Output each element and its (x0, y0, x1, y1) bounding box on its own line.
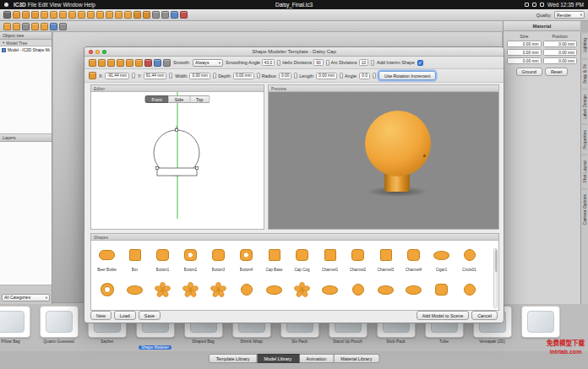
width-field[interactable]: 0.00 mm (189, 73, 210, 79)
library-item-quatro-gusseted[interactable]: Quatro Gusseted (35, 303, 83, 351)
radius-field-stepper[interactable] (294, 73, 297, 79)
side-tab-lighting[interactable]: Lighting (582, 32, 587, 58)
tab-animation[interactable]: Animation (299, 354, 334, 363)
ground-button[interactable]: Ground (516, 68, 542, 76)
render-icon[interactable] (180, 11, 188, 19)
new-scene-icon[interactable] (3, 23, 11, 30)
depth-field[interactable]: 0.00 mm (233, 73, 254, 79)
category-filter-select[interactable]: All Categories▾ (2, 294, 50, 301)
label-icon[interactable] (133, 11, 141, 19)
preview-canvas[interactable] (269, 92, 498, 229)
shape-tile-beer-bottle[interactable]: Beer Bottle (93, 242, 121, 277)
import-icon[interactable] (31, 23, 39, 30)
arc-icon[interactable] (126, 59, 133, 67)
width-field-stepper[interactable] (213, 73, 216, 79)
shape-tile-button2[interactable]: Button2 (177, 242, 204, 277)
smoothing-angle-field-stepper[interactable] (277, 60, 280, 66)
shape-tile-flower[interactable] (204, 277, 232, 310)
interim-checkbox[interactable]: ✓ (417, 60, 423, 66)
pouch-icon[interactable] (115, 11, 122, 19)
shape-tile-circle[interactable] (344, 277, 372, 310)
arc-divisions-field-stepper[interactable] (371, 60, 374, 66)
editor-tab-front[interactable]: Front (145, 95, 169, 103)
shape-tile-ellipse[interactable] (316, 277, 344, 310)
reset-button[interactable]: Reset (545, 68, 569, 76)
menu-ic3d[interactable]: IC3D (14, 2, 26, 8)
cancel-button[interactable]: Cancel (471, 311, 498, 320)
minimize-button[interactable] (95, 50, 100, 54)
shape-tile-channel4[interactable]: Channel4 (400, 242, 427, 277)
apple-icon[interactable] (4, 3, 8, 7)
length-field-stepper[interactable] (340, 73, 343, 79)
zoom-icon[interactable] (31, 11, 39, 19)
layers-list[interactable] (0, 142, 52, 285)
new-button[interactable]: New (90, 311, 112, 320)
radius-field[interactable]: 0.00 (279, 73, 291, 79)
size-field-1[interactable]: 0.00 mm (507, 49, 542, 56)
shapes-scrollbar[interactable] (493, 248, 498, 308)
size-field-2[interactable]: 0.00 mm (507, 57, 542, 64)
menu-edit[interactable]: Edit (38, 2, 47, 8)
camera-icon[interactable] (152, 11, 160, 19)
shape-tile-cigar1[interactable]: Cigar1 (427, 242, 455, 277)
load-button[interactable]: Load (114, 311, 136, 320)
box-icon[interactable] (96, 11, 104, 19)
grid-icon[interactable] (163, 59, 171, 67)
wifi-icon[interactable] (532, 3, 536, 7)
tab-model-library[interactable]: Model Library (258, 354, 300, 363)
pan-icon[interactable] (13, 11, 20, 19)
shape-tile-cap-base[interactable]: Cap Base (260, 242, 288, 277)
angle-field-stepper[interactable] (373, 73, 376, 79)
y-stepper[interactable] (169, 73, 172, 79)
side-tab-camera-options[interactable]: Camera Options (582, 188, 587, 230)
bag-icon[interactable] (106, 11, 113, 19)
menu-clock[interactable]: Wed 12:35 PM (547, 2, 584, 8)
shape-tile-button1[interactable]: Button1 (149, 242, 177, 277)
export-icon[interactable] (41, 23, 48, 30)
shape-tile-button3[interactable]: Button3 (204, 242, 232, 277)
model-tree-header[interactable]: ▾ Model Tree (0, 40, 52, 46)
position-field-1[interactable]: 0.00 mm (543, 49, 578, 56)
y-field[interactable]: 91.44 mm (144, 73, 166, 79)
shape-tile-circle[interactable] (455, 277, 483, 310)
angle-field[interactable]: 0.0 (359, 73, 370, 79)
helix-divisions-field-stepper[interactable] (326, 60, 329, 66)
position-field-2[interactable]: 0.00 mm (543, 57, 578, 64)
length-field[interactable]: 0.00 mm (316, 73, 337, 79)
measure-icon[interactable] (171, 11, 178, 19)
shape-tile-box[interactable]: Box (121, 242, 149, 277)
light-icon[interactable] (143, 11, 150, 19)
pointer-icon[interactable] (89, 59, 96, 67)
battery-icon[interactable] (525, 3, 529, 7)
shape-tile-cap-cog[interactable]: Cap Cog (288, 242, 316, 277)
x-stepper[interactable] (132, 73, 135, 79)
sphere-icon[interactable] (59, 11, 67, 19)
arc-divisions-field[interactable]: 10 (359, 59, 368, 66)
shape-tile-ellipse[interactable] (372, 277, 400, 310)
save-icon[interactable] (22, 23, 30, 30)
tab-template-library[interactable]: Template Library (209, 354, 258, 363)
bezier-icon[interactable] (135, 59, 143, 67)
position-field-0[interactable]: 0.00 mm (543, 41, 578, 47)
save-button[interactable]: Save (139, 311, 161, 320)
cylinder-icon[interactable] (50, 11, 57, 19)
editor-canvas[interactable]: FrontSideTop (91, 92, 264, 229)
close-button[interactable] (89, 50, 93, 54)
bottle-icon[interactable] (78, 11, 85, 19)
depth-field-stepper[interactable] (257, 73, 260, 79)
shape-tile-channel2[interactable]: Channel2 (344, 242, 372, 277)
use-rotation-increment-button[interactable]: Use Rotation Increment (378, 71, 437, 80)
side-tab-label-design[interactable]: Label Design (582, 89, 587, 124)
dialog-title-bar[interactable]: Shape Modeler Template - Daisy Cap (84, 47, 504, 57)
snap-icon[interactable] (161, 11, 169, 19)
tree-item-model[interactable]: Model - IC3D Shape Mode (2, 48, 50, 52)
shape-tile-flower[interactable] (149, 277, 177, 310)
shape-tile-ring[interactable] (93, 277, 121, 310)
quality-select[interactable]: Render▾ (554, 11, 585, 19)
can-icon[interactable] (87, 11, 95, 19)
tube-icon[interactable] (124, 11, 132, 19)
menu-window[interactable]: Window (63, 2, 82, 8)
side-tab-properties[interactable]: Properties (582, 124, 587, 155)
cursor-icon[interactable] (3, 11, 11, 19)
axis-icon[interactable] (89, 72, 96, 79)
